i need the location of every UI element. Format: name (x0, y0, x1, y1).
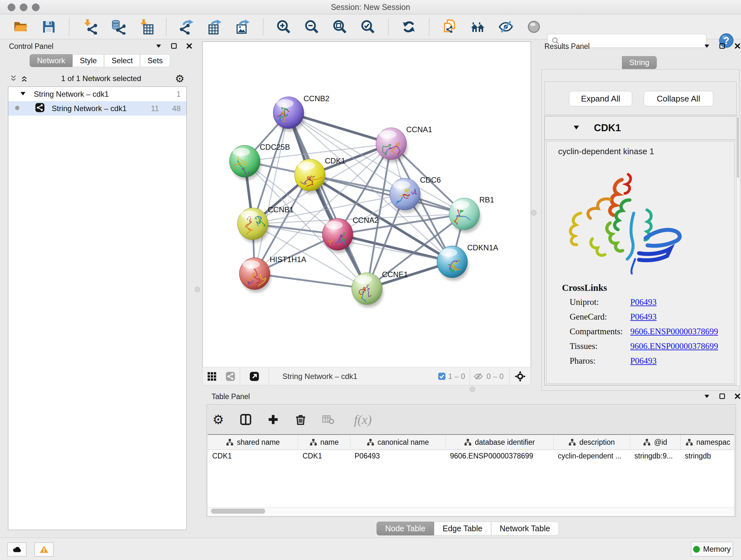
network-view-title: String Network – cdk1 (282, 372, 435, 381)
node-CDC6[interactable]: CDC6 (390, 176, 441, 213)
node-label-RB1: RB1 (479, 195, 494, 204)
menu-arrow-icon[interactable] (155, 43, 162, 51)
string-network-gray-icon[interactable] (221, 371, 240, 382)
menu-arrow-icon[interactable] (703, 393, 711, 401)
edge-CCNB2-HIST1H1A[interactable] (255, 113, 288, 273)
tab-edge-table[interactable]: Edge Table (434, 522, 491, 536)
edge-count: 48 (172, 104, 181, 113)
table-options-gear-icon[interactable]: ⚙ (211, 413, 225, 427)
hide-selected-button[interactable] (498, 19, 514, 35)
crosslink-link[interactable]: P06493 (630, 297, 657, 307)
open-in-window-icon[interactable] (240, 371, 269, 382)
tab-string[interactable]: String (622, 56, 657, 69)
network-graph[interactable]: CCNB2CCNA1CDC25BCDK1CDC6RB1CCNB1CCNA2CDK… (203, 42, 531, 367)
network-tree-row-selected[interactable]: String Network – cdk1 11 48 (8, 101, 186, 116)
toolbar-buttons (13, 14, 542, 39)
node-CCNE1[interactable]: CCNE1 (352, 270, 408, 307)
zoom-selected-button[interactable] (360, 19, 376, 35)
hidden-eye-icon[interactable] (470, 372, 487, 381)
crosslink-link[interactable]: 9606.ENSP00000378699 (630, 327, 718, 336)
export-table-button[interactable] (207, 19, 223, 35)
column-header-database-identifier[interactable]: database identifier (446, 435, 554, 449)
expand-all-networks-icon[interactable] (19, 74, 30, 83)
tab-style[interactable]: Style (72, 54, 104, 67)
warning-status-button[interactable] (35, 543, 54, 557)
import-network-from-database-button[interactable] (110, 19, 126, 35)
bottom-splitter-handle[interactable] (470, 387, 475, 392)
table-horizontal-scrollbar[interactable] (208, 507, 734, 515)
node-CCNB2[interactable]: CCNB2 (273, 94, 329, 132)
results-panel-content: CDK1 cyclin-dependent kinase 1 (544, 116, 737, 385)
close-panel-icon[interactable] (734, 43, 741, 51)
left-splitter-handle[interactable] (195, 287, 200, 292)
function-builder-fx-disabled: f(x) (348, 413, 377, 427)
show-columns-icon[interactable] (239, 413, 253, 427)
zoom-in-button[interactable] (276, 19, 292, 35)
node-CCNA1[interactable]: CCNA1 (376, 125, 432, 163)
results-scrollbar[interactable] (736, 116, 740, 386)
tab-sets[interactable]: Sets (140, 54, 170, 67)
birds-eye-view-icon[interactable] (203, 371, 221, 381)
expand-all-button[interactable]: Expand All (569, 91, 632, 106)
pan-crosshair-icon[interactable] (510, 370, 531, 382)
apply-layout-button[interactable] (401, 19, 417, 35)
save-session-button[interactable] (41, 19, 57, 35)
toolbar-separator (429, 18, 429, 36)
edge-CCNE1-HIST1H1A[interactable] (255, 273, 367, 289)
import-network-from-file-button[interactable] (82, 19, 98, 35)
cloud-status-button[interactable] (7, 543, 26, 557)
node-RB1[interactable]: RB1 (448, 195, 494, 233)
close-panel-icon[interactable] (734, 393, 741, 401)
node-CDC25B[interactable]: CDC25B (229, 143, 290, 180)
open-session-button[interactable] (13, 19, 29, 35)
column-header-namespac[interactable]: namespac (680, 435, 736, 449)
node-CCNB1[interactable]: CCNB1 (238, 205, 293, 243)
section-title: CDK1 (594, 122, 621, 134)
network-tree: String Network – cdk1 1 String Network –… (8, 86, 187, 530)
column-header-@id[interactable]: @id (630, 435, 681, 449)
network-options-gear-icon[interactable]: ⚙ (173, 72, 187, 85)
crosslink-link[interactable]: P06493 (630, 356, 657, 366)
crosslink-link[interactable]: P06493 (630, 312, 657, 322)
memory-button[interactable]: Memory (691, 542, 733, 557)
column-header-name[interactable]: name (298, 435, 350, 449)
tab-network-table[interactable]: Network Table (491, 522, 559, 536)
column-header-description[interactable]: description (553, 435, 630, 449)
zoom-fit-button[interactable] (332, 19, 348, 35)
new-network-from-selection-button[interactable] (442, 19, 458, 35)
column-header-shared-name[interactable]: shared name (208, 435, 298, 449)
tab-select[interactable]: Select (104, 54, 140, 67)
show-all-button[interactable] (526, 19, 542, 35)
node-CDKN1A[interactable]: CDKN1A (437, 243, 498, 281)
tab-network[interactable]: Network (30, 54, 72, 67)
node-CCNA2[interactable]: CCNA2 (322, 216, 379, 253)
export-network-button[interactable] (179, 19, 195, 35)
float-panel-icon[interactable] (719, 43, 726, 51)
import-table-button[interactable] (138, 19, 154, 35)
node-HIST1H1A[interactable]: HIST1H1A (239, 255, 307, 293)
collapse-all-button[interactable]: Collapse All (644, 91, 713, 106)
crosslink-link[interactable]: 9606.ENSP00000378699 (630, 341, 718, 351)
tree-collapse-icon[interactable] (8, 90, 26, 99)
collapse-all-networks-icon[interactable] (8, 74, 19, 83)
save-icon (41, 19, 57, 35)
tab-node-table[interactable]: Node Table (377, 522, 434, 536)
close-panel-icon[interactable] (186, 43, 193, 51)
cdk1-section-header[interactable]: CDK1 (545, 116, 736, 140)
column-header-canonical-name[interactable]: canonical name (350, 435, 446, 449)
selected-checkbox-icon[interactable] (435, 372, 448, 381)
first-neighbors-button[interactable] (470, 19, 486, 35)
right-splitter-handle[interactable] (531, 210, 536, 215)
zoom-out-button[interactable] (304, 19, 320, 35)
add-column-icon[interactable] (266, 413, 280, 427)
float-panel-icon[interactable] (719, 393, 726, 401)
delete-column-trash-icon[interactable] (293, 413, 308, 427)
menu-arrow-icon[interactable] (703, 43, 711, 51)
network-view-canvas[interactable]: CCNB2CCNA1CDC25BCDK1CDC6RB1CCNB1CCNA2CDK… (202, 42, 531, 368)
network-tree-root-row[interactable]: String Network – cdk1 1 (8, 87, 186, 101)
results-scrollbar-thumb[interactable] (737, 117, 739, 178)
float-panel-icon[interactable] (171, 43, 178, 51)
export-image-button[interactable] (235, 19, 251, 35)
table-scrollbar-thumb[interactable] (211, 509, 265, 514)
section-collapse-icon[interactable] (545, 124, 580, 132)
